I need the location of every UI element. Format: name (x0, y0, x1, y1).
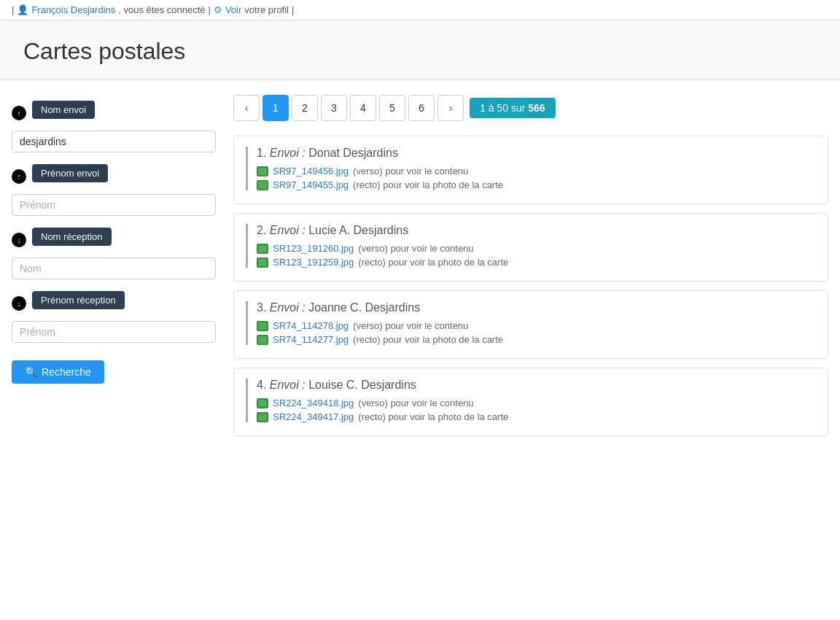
result-link-row: SR74_114277.jpg (recto) pour voir la pho… (257, 334, 816, 345)
result-link-desc: (recto) pour voir la photo de la carte (353, 179, 503, 190)
prenom-reception-group: ↓ Prénom réception (12, 291, 216, 343)
arrow-up-prenom-envoi-icon: ↑ (12, 169, 26, 184)
result-link-desc: (recto) pour voir la photo de la carte (358, 257, 508, 268)
result-number: 4. (257, 379, 266, 391)
result-envoi-label: Envoi : (270, 224, 306, 236)
search-icon: 🔍 (25, 366, 37, 378)
arrow-up-nom-envoi-icon: ↑ (12, 106, 26, 120)
result-file-link[interactable]: SR224_349418.jpg (273, 398, 354, 408)
card-content: 3. Envoi : Joanne C. Desjardins SR74_114… (246, 301, 816, 345)
view-profile-link[interactable]: Voir (225, 4, 241, 15)
prenom-envoi-label: Prénom envoi (41, 168, 99, 179)
image-icon (257, 412, 268, 422)
result-envoi-label: Envoi : (270, 379, 306, 391)
pagination: ‹ 1 2 3 4 5 6 › 1 à 50 sur 566 (233, 95, 828, 121)
image-icon (257, 321, 268, 331)
result-link-row: SR224_349418.jpg (verso) pour voir le co… (257, 398, 816, 408)
prenom-reception-button[interactable]: Prénom réception (32, 291, 125, 309)
separator-end: | (292, 4, 294, 15)
result-file-link[interactable]: SR74_114277.jpg (273, 334, 349, 345)
pagination-page-3[interactable]: 3 (321, 95, 347, 121)
page-title: Cartes postales (23, 38, 817, 65)
nom-envoi-label: Nom envoi (41, 104, 86, 115)
result-link-desc: (verso) pour voir le contenu (358, 398, 473, 408)
nom-envoi-button[interactable]: Nom envoi (32, 101, 95, 119)
result-card: 4. Envoi : Louise C. Desjardins SR224_34… (233, 368, 828, 436)
result-link-row: SR74_114278.jpg (verso) pour voir le con… (257, 320, 816, 331)
pagination-total: 566 (528, 102, 545, 114)
nom-reception-button[interactable]: Nom réception (32, 228, 112, 246)
separator-start: | (12, 4, 14, 15)
page-header: Cartes postales (0, 20, 840, 80)
result-file-link[interactable]: SR224_349417.jpg (273, 411, 354, 422)
filters-sidebar: ↑ Nom envoi ↑ Prénom envoi ↓ Nom ré (12, 95, 216, 445)
user-name: François Desjardins (31, 4, 115, 15)
result-envoi-label: Envoi : (270, 301, 306, 314)
result-file-link[interactable]: SR123_191260.jpg (273, 243, 354, 254)
result-link-desc: (recto) pour voir la photo de la carte (353, 334, 503, 345)
pagination-page-6[interactable]: 6 (408, 95, 435, 121)
card-content: 2. Envoi : Lucie A. Desjardins SR123_191… (246, 224, 816, 268)
result-card: 2. Envoi : Lucie A. Desjardins SR123_191… (233, 213, 828, 282)
result-link-row: SR224_349417.jpg (recto) pour voir la ph… (257, 411, 816, 422)
result-number: 2. (257, 224, 266, 236)
result-envoi-name: Joanne C. Desjardins (308, 301, 420, 314)
result-file-link[interactable]: SR97_149456.jpg (273, 166, 349, 177)
pagination-next[interactable]: › (438, 95, 464, 121)
search-button[interactable]: 🔍 Recherche (12, 360, 104, 384)
result-number: 1. (257, 147, 266, 159)
prenom-envoi-input[interactable] (12, 194, 216, 216)
nom-envoi-input[interactable] (12, 131, 216, 152)
prenom-reception-input[interactable] (12, 321, 216, 343)
result-link-desc: (recto) pour voir la photo de la carte (358, 411, 508, 422)
result-link-row: SR97_149455.jpg (recto) pour voir la pho… (257, 179, 816, 190)
result-link-row: SR97_149456.jpg (verso) pour voir le con… (257, 166, 816, 177)
pagination-info: 1 à 50 sur 566 (470, 98, 556, 118)
nom-envoi-group: ↑ Nom envoi (12, 101, 216, 152)
result-link-desc: (verso) pour voir le contenu (353, 320, 468, 331)
nom-reception-input[interactable] (12, 257, 216, 279)
nom-reception-group: ↓ Nom réception (12, 228, 216, 279)
gear-icon: ⚙ (214, 4, 222, 15)
result-file-link[interactable]: SR74_114278.jpg (273, 320, 349, 331)
pagination-page-2[interactable]: 2 (292, 95, 318, 121)
image-icon (257, 180, 268, 190)
result-number: 3. (257, 301, 266, 314)
pagination-page-4[interactable]: 4 (350, 95, 376, 121)
result-title: 2. Envoi : Lucie A. Desjardins (257, 224, 816, 237)
topbar: | 👤 François Desjardins , vous êtes conn… (0, 0, 840, 20)
image-icon (257, 244, 268, 254)
result-link-row: SR123_191259.jpg (recto) pour voir la ph… (257, 257, 816, 268)
result-envoi-name: Louise C. Desjardins (308, 379, 416, 391)
prenom-envoi-group: ↑ Prénom envoi (12, 164, 216, 216)
results-list: 1. Envoi : Donat Desjardins SR97_149456.… (233, 136, 828, 436)
result-card: 1. Envoi : Donat Desjardins SR97_149456.… (233, 136, 828, 204)
connected-text: , vous êtes connecté (118, 4, 205, 15)
view-label: Voir (225, 4, 241, 15)
arrow-down-nom-reception-icon: ↓ (12, 233, 26, 247)
result-envoi-label: Envoi : (270, 147, 306, 159)
result-link-row: SR123_191260.jpg (verso) pour voir le co… (257, 243, 816, 254)
prenom-reception-label: Prénom réception (41, 295, 116, 306)
result-card: 3. Envoi : Joanne C. Desjardins SR74_114… (233, 290, 828, 359)
pagination-page-1[interactable]: 1 (262, 95, 289, 121)
prenom-envoi-button[interactable]: Prénom envoi (32, 164, 108, 182)
pagination-page-5[interactable]: 5 (379, 95, 405, 121)
result-title: 4. Envoi : Louise C. Desjardins (257, 379, 816, 392)
card-content: 1. Envoi : Donat Desjardins SR97_149456.… (246, 147, 816, 190)
nom-reception-label: Nom réception (41, 231, 103, 242)
result-envoi-name: Donat Desjardins (308, 147, 398, 159)
result-title: 3. Envoi : Joanne C. Desjardins (257, 301, 816, 314)
result-envoi-name: Lucie A. Desjardins (308, 224, 408, 236)
result-file-link[interactable]: SR97_149455.jpg (273, 179, 349, 190)
pagination-prev[interactable]: ‹ (233, 95, 260, 121)
user-profile-link[interactable]: François Desjardins (31, 4, 115, 15)
main-layout: ↑ Nom envoi ↑ Prénom envoi ↓ Nom ré (0, 95, 840, 445)
arrow-down-prenom-reception-icon: ↓ (12, 296, 26, 311)
user-icon: 👤 (17, 4, 28, 15)
result-file-link[interactable]: SR123_191259.jpg (273, 257, 354, 268)
image-icon (257, 257, 268, 268)
card-content: 4. Envoi : Louise C. Desjardins SR224_34… (246, 379, 816, 422)
search-label: Recherche (42, 366, 91, 378)
profile-text: votre profil (244, 4, 289, 15)
